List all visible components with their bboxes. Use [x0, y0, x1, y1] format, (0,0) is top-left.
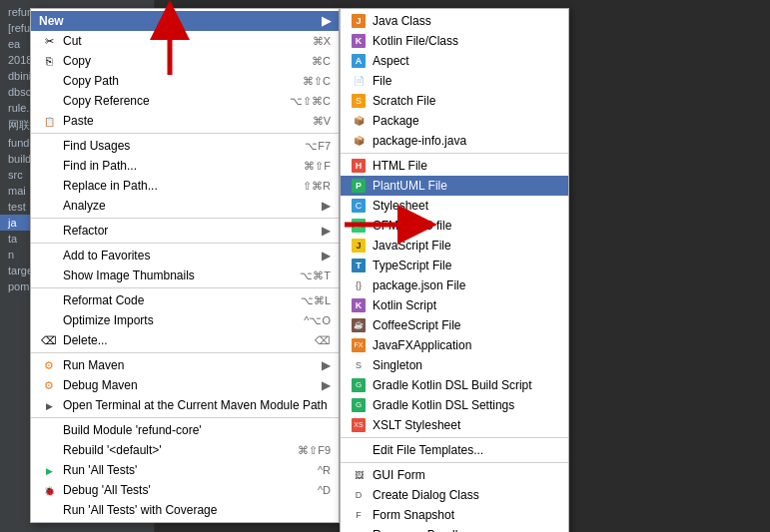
menu-item-find-in-path[interactable]: Find in Path... ⌘⇧F [31, 156, 339, 176]
submenu-file[interactable]: 📄 File [341, 71, 568, 91]
submenu-package[interactable]: 📦 Package [341, 111, 568, 131]
stylesheet-icon: C [349, 199, 369, 213]
submenu-ts-file[interactable]: T TypeScript File [341, 256, 568, 275]
reformat-shortcut: ⌥⌘L [301, 294, 331, 307]
menu-item-run-coverage[interactable]: Run 'All Tests' with Coverage [31, 500, 339, 520]
thumbnails-label: Show Image Thumbnails [63, 268, 280, 282]
submenu-edit-templates[interactable]: Edit File Templates... [341, 440, 568, 460]
menu-item-open-terminal[interactable]: Open Terminal at the Current Maven Modul… [31, 395, 339, 415]
menu-item-build-module[interactable]: Build Module 'refund-core' [31, 420, 339, 440]
coffee-file-icon: ☕ [349, 318, 369, 332]
cut-icon [39, 34, 59, 48]
menu-item-copy[interactable]: Copy ⌘C [31, 51, 339, 71]
menu-item-replace-in-path[interactable]: Replace in Path... ⇧⌘R [31, 176, 339, 196]
copy-reference-label: Copy Reference [63, 94, 270, 108]
submenu-javafx-app[interactable]: FX JavaFXApplication [341, 335, 568, 355]
submenu-java-class[interactable]: J Java Class [341, 11, 568, 31]
submenu-json-file[interactable]: {} package.json File [341, 275, 568, 295]
resource-bundle-label: Resource Bundle [373, 528, 560, 532]
menu-item-thumbnails[interactable]: Show Image Thumbnails ⌥⌘T [31, 266, 339, 285]
optimize-shortcut: ^⌥O [304, 314, 331, 327]
replace-in-path-shortcut: ⇧⌘R [303, 180, 331, 193]
build-module-label: Build Module 'refund-core' [63, 423, 331, 437]
submenu-stylesheet[interactable]: C Stylesheet [341, 196, 568, 216]
separator-2 [31, 218, 339, 219]
form-snapshot-icon: F [349, 508, 369, 522]
debug-maven-arrow: ▶ [322, 378, 331, 392]
menu-item-run-maven[interactable]: Run Maven ▶ [31, 355, 339, 375]
submenu-singleton[interactable]: S Singleton [341, 355, 568, 375]
menu-item-reformat[interactable]: Reformat Code ⌥⌘L [31, 290, 339, 310]
menu-item-paste[interactable]: Paste ⌘V [31, 111, 339, 131]
edit-templates-label: Edit File Templates... [373, 443, 560, 457]
delete-shortcut: ⌫ [315, 334, 331, 347]
submenu-coffee-file[interactable]: ☕ CoffeeScript File [341, 315, 568, 335]
menu-item-copy-path[interactable]: Copy Path ⌘⇧C [31, 71, 339, 91]
coffee-file-label: CoffeeScript File [373, 318, 560, 332]
submenu-scratch-file[interactable]: S Scratch File [341, 91, 568, 111]
optimize-label: Optimize Imports [63, 313, 284, 327]
menu-item-run-tests[interactable]: Run 'All Tests' ^R [31, 460, 339, 480]
package-info-label: package-info.java [373, 134, 560, 148]
cut-shortcut: ⌘X [313, 35, 331, 48]
menu-item-delete[interactable]: ⌫ Delete... ⌫ [31, 330, 339, 350]
submenu-form-snapshot[interactable]: F Form Snapshot [341, 505, 568, 525]
gradle-kotlin-settings-icon: G [349, 398, 369, 412]
submenu-resource-bundle[interactable]: R Resource Bundle [341, 525, 568, 532]
run-coverage-label: Run 'All Tests' with Coverage [63, 503, 331, 517]
analyze-label: Analyze [63, 199, 298, 213]
javafx-app-icon: FX [349, 338, 369, 352]
submenu-gradle-kotlin-settings[interactable]: G Gradle Kotlin DSL Settings [341, 395, 568, 415]
submenu-plantuml-file[interactable]: P PlantUML File [341, 176, 568, 196]
html-file-label: HTML File [373, 159, 560, 173]
submenu-sep-1 [341, 153, 568, 154]
submenu-sep-2 [341, 437, 568, 438]
kotlin-file-icon: K [349, 34, 369, 48]
submenu-gradle-kotlin-build[interactable]: G Gradle Kotlin DSL Build Script [341, 375, 568, 395]
menu-item-find-usages[interactable]: Find Usages ⌥F7 [31, 136, 339, 156]
submenu-js-file[interactable]: J JavaScript File [341, 236, 568, 256]
menu-item-add-favorites[interactable]: Add to Favorites ▶ [31, 246, 339, 266]
context-menu: New ▶ Cut ⌘X Copy ⌘C Copy Path ⌘⇧C Copy … [30, 8, 340, 523]
separator-5 [31, 352, 339, 353]
delete-label: Delete... [63, 333, 295, 347]
menu-item-analyze[interactable]: Analyze ▶ [31, 196, 339, 216]
analyze-arrow: ▶ [322, 199, 331, 213]
paste-shortcut: ⌘V [313, 115, 331, 128]
menu-item-debug-tests[interactable]: Debug 'All Tests' ^D [31, 480, 339, 500]
json-file-label: package.json File [373, 278, 560, 292]
gradle-kotlin-settings-label: Gradle Kotlin DSL Settings [373, 398, 560, 412]
separator-6 [31, 417, 339, 418]
submenu-aspect[interactable]: A Aspect [341, 51, 568, 71]
gradle-kotlin-build-label: Gradle Kotlin DSL Build Script [373, 378, 560, 392]
menu-header-new[interactable]: New ▶ [31, 11, 339, 31]
menu-item-rebuild[interactable]: Rebuild '<default>' ⌘⇧F9 [31, 440, 339, 460]
ts-file-label: TypeScript File [373, 259, 560, 272]
gui-form-label: GUI Form [373, 468, 560, 482]
run-tests-label: Run 'All Tests' [63, 463, 298, 477]
submenu-package-info[interactable]: 📦 package-info.java [341, 131, 568, 151]
submenu-gui-form[interactable]: 🖼 GUI Form [341, 465, 568, 485]
menu-item-cut[interactable]: Cut ⌘X [31, 31, 339, 51]
separator-1 [31, 133, 339, 134]
submenu-kotlin-file[interactable]: K Kotlin File/Class [341, 31, 568, 51]
submenu-kotlin-script[interactable]: K Kotlin Script [341, 295, 568, 315]
submenu-xslt-stylesheet[interactable]: XS XSLT Stylesheet [341, 415, 568, 435]
submenu-cfml-file[interactable]: CF CFML/CFC file [341, 216, 568, 236]
submenu-html-file[interactable]: H HTML File [341, 156, 568, 176]
favorites-arrow: ▶ [322, 249, 331, 263]
find-in-path-shortcut: ⌘⇧F [304, 160, 331, 173]
menu-item-optimize[interactable]: Optimize Imports ^⌥O [31, 310, 339, 330]
js-file-label: JavaScript File [373, 239, 560, 253]
copy-label: Copy [63, 54, 292, 68]
menu-item-refactor[interactable]: Refactor ▶ [31, 221, 339, 241]
menu-header-arrow: ▶ [322, 14, 331, 28]
menu-item-copy-reference[interactable]: Copy Reference ⌥⇧⌘C [31, 91, 339, 111]
rebuild-shortcut: ⌘⇧F9 [298, 444, 331, 457]
file-icon: 📄 [349, 74, 369, 88]
menu-item-debug-maven[interactable]: Debug Maven ▶ [31, 375, 339, 395]
reformat-label: Reformat Code [63, 293, 281, 307]
submenu-dialog-class[interactable]: D Create Dialog Class [341, 485, 568, 505]
debug-tests-label: Debug 'All Tests' [63, 483, 298, 497]
package-icon: 📦 [349, 114, 369, 128]
